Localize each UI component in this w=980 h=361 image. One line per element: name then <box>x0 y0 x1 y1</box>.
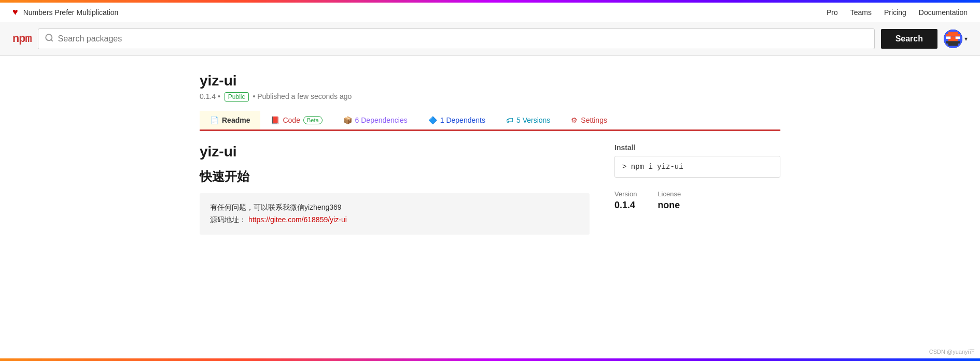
svg-rect-8 <box>946 41 960 44</box>
license-label: License <box>657 190 681 198</box>
readme-tab-icon: 📄 <box>210 116 219 124</box>
main-content: yiz-ui 0.1.4 • Public • Published a few … <box>179 56 801 251</box>
package-version: 0.1.4 <box>200 92 216 100</box>
search-bar-container: npm Search ▾ <box>0 22 980 56</box>
meta-dot-2: • <box>253 92 257 100</box>
svg-rect-10 <box>951 37 956 39</box>
readme-tab-label: Readme <box>222 116 250 124</box>
search-input[interactable] <box>58 34 868 44</box>
tab-code[interactable]: 📕 Code Beta <box>260 111 332 131</box>
settings-tab-label: Settings <box>581 116 607 124</box>
svg-rect-4 <box>946 34 960 37</box>
package-name: yiz-ui <box>200 73 780 89</box>
tab-dependents[interactable]: 🔷 1 Dependents <box>418 111 496 131</box>
versions-tab-icon: 🏷 <box>506 116 513 124</box>
svg-line-1 <box>51 39 52 41</box>
svg-rect-5 <box>946 37 951 39</box>
svg-rect-9 <box>948 44 958 46</box>
install-command-text: > npm i yiz-ui <box>622 163 683 171</box>
tab-settings[interactable]: ⚙ Settings <box>561 111 618 131</box>
dependents-tab-label: 1 Dependents <box>440 116 485 124</box>
top-nav: ♥ Numbers Prefer Multiplication Pro Team… <box>0 3 980 22</box>
heart-icon: ♥ <box>12 7 18 18</box>
deps-tab-label: 6 Dependencies <box>355 116 408 124</box>
package-published: Published a few seconds ago <box>257 92 352 100</box>
nav-right: Pro Teams Pricing Documentation <box>827 8 968 17</box>
version-item: Version 0.1.4 <box>614 190 637 211</box>
search-wrapper <box>38 28 875 49</box>
package-sidebar: Install > npm i yiz-ui Version 0.1.4 Lic… <box>614 143 780 235</box>
license-item: License none <box>657 190 681 211</box>
deps-tab-icon: 📦 <box>343 116 352 124</box>
beta-badge: Beta <box>303 116 323 124</box>
version-license-row: Version 0.1.4 License none <box>614 190 780 211</box>
tab-dependencies[interactable]: 📦 6 Dependencies <box>333 111 418 131</box>
readme-title: yiz-ui <box>200 143 590 160</box>
install-command: > npm i yiz-ui <box>614 156 780 178</box>
package-header: yiz-ui 0.1.4 • Public • Published a few … <box>200 73 780 100</box>
readme-subtitle: 快速开始 <box>200 168 590 185</box>
versions-tab-label: 5 Versions <box>516 116 550 124</box>
nav-link-pricing[interactable]: Pricing <box>884 8 906 17</box>
nav-link-documentation[interactable]: Documentation <box>919 8 968 17</box>
avatar-dropdown-arrow[interactable]: ▾ <box>964 35 968 42</box>
readme-blockquote: 有任何问题，可以联系我微信yizheng369 源码地址： https://gi… <box>200 193 590 235</box>
npm-logo: npm <box>12 33 32 46</box>
svg-rect-7 <box>948 39 958 41</box>
svg-rect-6 <box>956 37 960 39</box>
readme-line-1: 有任何问题，可以联系我微信yizheng369 <box>210 201 579 214</box>
svg-rect-3 <box>948 32 958 35</box>
source-label: 源码地址： <box>210 215 246 224</box>
package-meta: 0.1.4 • Public • Published a few seconds… <box>200 92 780 100</box>
settings-tab-icon: ⚙ <box>571 116 578 124</box>
tabs-container: 📄 Readme 📕 Code Beta 📦 6 Dependencies 🔷 … <box>200 111 780 131</box>
version-label: Version <box>614 190 637 198</box>
search-icon <box>45 33 54 45</box>
dependents-tab-icon: 🔷 <box>428 116 437 124</box>
tab-readme[interactable]: 📄 Readme <box>200 111 260 131</box>
search-button[interactable]: Search <box>881 29 937 49</box>
tab-versions[interactable]: 🏷 5 Versions <box>496 111 561 131</box>
meta-dot-1: • <box>218 92 222 100</box>
content-layout: yiz-ui 快速开始 有任何问题，可以联系我微信yizheng369 源码地址… <box>200 143 780 235</box>
readme-content: yiz-ui 快速开始 有任何问题，可以联系我微信yizheng369 源码地址… <box>200 143 590 235</box>
site-name: Numbers Prefer Multiplication <box>23 8 119 17</box>
nav-left: ♥ Numbers Prefer Multiplication <box>12 7 118 18</box>
user-avatar[interactable] <box>944 30 962 48</box>
version-value: 0.1.4 <box>614 200 637 211</box>
readme-line-2: 源码地址： https://gitee.com/618859/yiz-ui <box>210 214 579 226</box>
license-value: none <box>657 200 681 211</box>
svg-point-0 <box>46 34 52 40</box>
source-link[interactable]: https://gitee.com/618859/yiz-ui <box>248 215 347 224</box>
code-tab-label: Code <box>283 116 300 124</box>
code-tab-icon: 📕 <box>271 116 279 124</box>
user-avatar-wrapper: ▾ <box>944 30 968 48</box>
nav-link-pro[interactable]: Pro <box>827 8 838 17</box>
nav-link-teams[interactable]: Teams <box>850 8 872 17</box>
public-badge: Public <box>225 92 249 102</box>
install-label: Install <box>614 143 780 152</box>
